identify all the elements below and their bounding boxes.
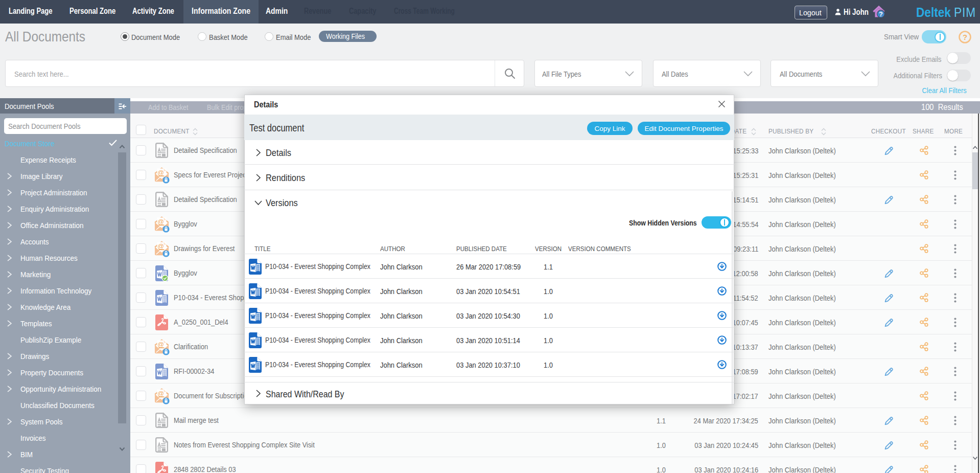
- svg-text:@: @: [157, 218, 164, 226]
- svg-text:@: @: [157, 243, 164, 250]
- svg-text:@: @: [157, 341, 164, 348]
- svg-text:@: @: [157, 390, 164, 397]
- svg-text:@: @: [157, 169, 164, 176]
- svg-text:?: ?: [963, 33, 967, 41]
- svg-text:?: ?: [879, 10, 883, 18]
